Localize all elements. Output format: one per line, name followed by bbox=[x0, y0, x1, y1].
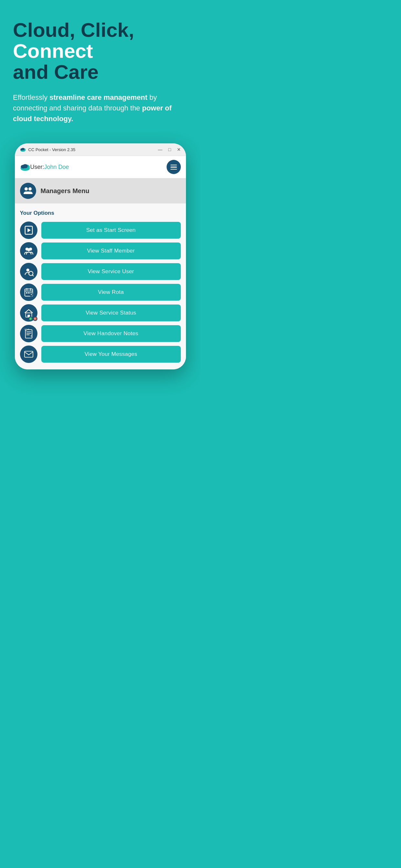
list-item: View Your Messages bbox=[20, 345, 181, 363]
svg-point-16 bbox=[27, 248, 30, 251]
list-item: Set as Start Screen bbox=[20, 221, 181, 239]
maximize-button[interactable]: □ bbox=[168, 147, 171, 152]
badge-red: ✕ bbox=[33, 316, 37, 321]
view-staff-member-button[interactable]: View Staff Member bbox=[41, 243, 181, 259]
hero-subtitle: Effortlessly streamline care management … bbox=[13, 92, 188, 124]
user-label: User:John Doe bbox=[30, 164, 69, 170]
minimize-button[interactable]: — bbox=[158, 147, 162, 152]
view-handover-notes-button[interactable]: View Handover Notes bbox=[41, 325, 181, 342]
rota-icon bbox=[20, 283, 37, 301]
svg-point-17 bbox=[26, 269, 29, 272]
svg-point-9 bbox=[21, 165, 25, 168]
svg-point-4 bbox=[20, 149, 23, 151]
managers-menu-icon bbox=[20, 183, 36, 199]
hero-title-line3: and Care bbox=[13, 61, 98, 83]
view-your-messages-button[interactable]: View Your Messages bbox=[41, 346, 181, 363]
svg-rect-24 bbox=[26, 292, 27, 293]
messages-icon bbox=[20, 345, 37, 363]
managers-menu-title: Managers Menu bbox=[41, 187, 89, 195]
view-rota-button[interactable]: View Rota bbox=[41, 284, 181, 301]
svg-rect-39 bbox=[24, 351, 33, 358]
window-controls: — □ ✕ bbox=[158, 147, 181, 152]
list-item: ✓ ✕ View Service Status bbox=[20, 304, 181, 321]
app-icon bbox=[20, 147, 26, 152]
home-status-icon: ✓ ✕ bbox=[20, 304, 37, 321]
svg-point-10 bbox=[25, 187, 28, 190]
list-item: View Staff Member bbox=[20, 242, 181, 259]
phone-frame: CC Pocket - Version 2.35 — □ ✕ User:John… bbox=[15, 144, 186, 369]
menu-items: Set as Start Screen View bbox=[20, 221, 181, 363]
search-user-icon bbox=[20, 263, 37, 280]
phone-wrapper: CC Pocket - Version 2.35 — □ ✕ User:John… bbox=[0, 134, 201, 369]
svg-line-19 bbox=[32, 275, 34, 276]
hero-title-line1: Cloud, Click, bbox=[13, 19, 134, 41]
hero-title: Cloud, Click, Connect and Care bbox=[13, 20, 188, 82]
window-titlebar: CC Pocket - Version 2.35 — □ ✕ bbox=[15, 144, 186, 156]
hamburger-icon bbox=[171, 165, 177, 170]
close-button[interactable]: ✕ bbox=[177, 147, 181, 152]
svg-text:↑: ↑ bbox=[26, 330, 26, 331]
app-logo bbox=[20, 163, 30, 171]
notes-icon: ↑ bbox=[20, 325, 37, 342]
svg-marker-13 bbox=[27, 228, 31, 232]
set-as-start-screen-button[interactable]: Set as Start Screen bbox=[41, 222, 181, 239]
list-item: View Rota bbox=[20, 283, 181, 301]
hamburger-button[interactable] bbox=[166, 160, 181, 174]
window-title: CC Pocket - Version 2.35 bbox=[28, 147, 158, 152]
options-label: Your Options bbox=[20, 210, 181, 216]
play-icon bbox=[20, 221, 37, 239]
svg-rect-32 bbox=[25, 330, 32, 338]
user-name: John Doe bbox=[44, 164, 69, 170]
list-item: View Service User bbox=[20, 263, 181, 280]
menu-body: Your Options Set as Start Screen bbox=[15, 204, 186, 369]
svg-point-11 bbox=[28, 187, 32, 190]
view-service-status-button[interactable]: View Service Status bbox=[41, 305, 181, 321]
badge-green: ✓ bbox=[28, 316, 33, 321]
view-service-user-button[interactable]: View Service User bbox=[41, 263, 181, 280]
app-header: User:John Doe bbox=[15, 156, 186, 178]
list-item: ↑ View Handover Notes bbox=[20, 325, 181, 342]
hero-title-line2: Connect bbox=[13, 40, 93, 62]
staff-icon bbox=[20, 242, 37, 259]
svg-point-36 bbox=[31, 336, 32, 337]
svg-rect-25 bbox=[28, 292, 30, 293]
managers-menu-header: Managers Menu bbox=[15, 178, 186, 204]
hero-section: Cloud, Click, Connect and Care Effortles… bbox=[0, 0, 201, 134]
